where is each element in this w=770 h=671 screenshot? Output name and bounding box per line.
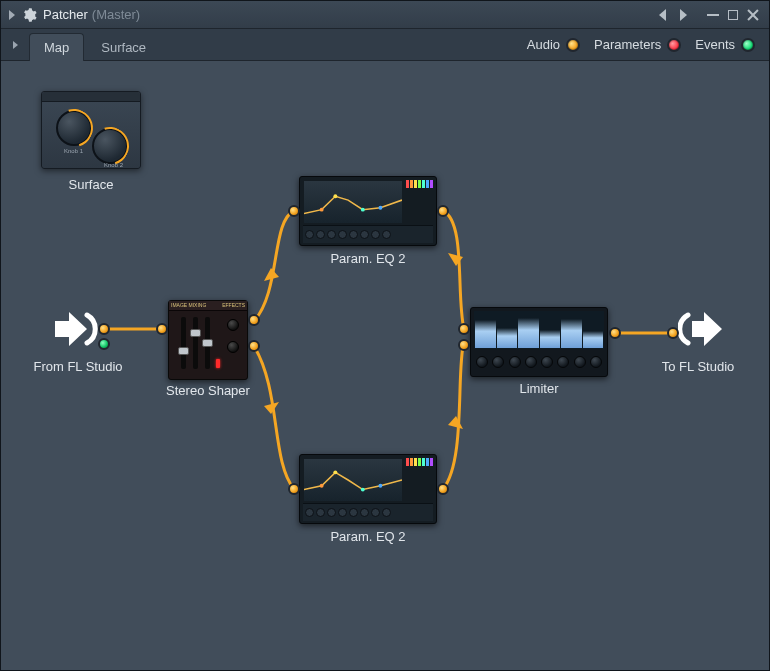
node-eq-top[interactable] xyxy=(299,176,437,246)
shaper-out-port-bottom[interactable] xyxy=(248,340,260,352)
node-eq-bottom-label: Param. EQ 2 xyxy=(330,529,405,544)
indicator-parameters-label: Parameters xyxy=(594,37,661,52)
tab-surface[interactable]: Surface xyxy=(86,33,161,61)
node-eq-top-label: Param. EQ 2 xyxy=(330,251,405,266)
indicator-events[interactable]: Events xyxy=(695,37,755,52)
limiter-out-port[interactable] xyxy=(609,327,621,339)
node-stereo-shaper[interactable]: IMAGE MIXING EFFECTS xyxy=(168,300,248,380)
view-tabs: Map Surface xyxy=(29,29,163,60)
tab-map[interactable]: Map xyxy=(29,33,84,61)
svg-point-5 xyxy=(333,194,337,198)
events-dot-icon xyxy=(741,38,755,52)
indicator-parameters[interactable]: Parameters xyxy=(594,37,681,52)
plugin-title: Patcher xyxy=(43,7,88,22)
node-stereo-shaper-label: Stereo Shaper xyxy=(166,383,250,398)
to-fl-in-port[interactable] xyxy=(667,327,679,339)
svg-point-8 xyxy=(320,484,324,488)
eq-top-out-port[interactable] xyxy=(437,205,449,217)
node-surface[interactable]: Knob 1 Knob 2 xyxy=(41,91,141,169)
node-surface-label: Surface xyxy=(69,177,114,192)
eq-bot-in-port[interactable] xyxy=(288,483,300,495)
eq-bot-band-colors xyxy=(406,458,433,466)
node-from-fl-studio[interactable] xyxy=(53,309,99,349)
from-fl-event-out-port[interactable] xyxy=(98,338,110,350)
title-bar: Patcher (Master) xyxy=(1,1,769,29)
patcher-window: Patcher (Master) Map Surface Audio Param… xyxy=(0,0,770,671)
toolbar: Map Surface Audio Parameters Events xyxy=(1,29,769,61)
indicator-audio-label: Audio xyxy=(527,37,560,52)
node-surface-header xyxy=(42,92,140,102)
svg-point-11 xyxy=(378,484,382,488)
node-eq-bottom[interactable] xyxy=(299,454,437,524)
shaper-in-port[interactable] xyxy=(156,323,168,335)
eq-bot-out-port[interactable] xyxy=(437,483,449,495)
node-stereo-shaper-header: IMAGE MIXING EFFECTS xyxy=(169,301,247,311)
close-button[interactable] xyxy=(743,5,763,25)
patch-canvas[interactable]: Knob 1 Knob 2 Surface From FL Studio IMA… xyxy=(1,61,769,670)
next-preset-icon[interactable] xyxy=(673,5,693,25)
svg-marker-1 xyxy=(264,402,279,414)
toolbar-menu-triangle-icon[interactable] xyxy=(5,29,25,60)
from-fl-audio-out-port[interactable] xyxy=(98,323,110,335)
plugin-menu-triangle-icon[interactable] xyxy=(9,10,15,20)
svg-marker-0 xyxy=(264,268,279,281)
shaper-header-right: EFFECTS xyxy=(222,302,245,309)
indicator-events-label: Events xyxy=(695,37,735,52)
svg-point-9 xyxy=(333,470,337,474)
svg-point-10 xyxy=(361,488,365,492)
node-limiter-label: Limiter xyxy=(519,381,558,396)
surface-knob-2-label: Knob 2 xyxy=(104,162,123,168)
prev-preset-icon[interactable] xyxy=(653,5,673,25)
node-to-fl-studio[interactable] xyxy=(678,309,724,349)
node-to-fl-label: To FL Studio xyxy=(662,359,735,374)
svg-point-4 xyxy=(320,208,324,212)
node-from-fl-label: From FL Studio xyxy=(33,359,122,374)
indicator-audio[interactable]: Audio xyxy=(527,37,580,52)
eq-top-band-colors xyxy=(406,180,433,188)
minimize-button[interactable] xyxy=(703,5,723,25)
limiter-in-port-bottom[interactable] xyxy=(458,339,470,351)
shaper-out-port-top[interactable] xyxy=(248,314,260,326)
node-limiter[interactable] xyxy=(470,307,608,377)
svg-point-7 xyxy=(378,206,382,210)
maximize-button[interactable] xyxy=(723,5,743,25)
parameters-dot-icon xyxy=(667,38,681,52)
svg-point-6 xyxy=(361,208,365,212)
eq-top-in-port[interactable] xyxy=(288,205,300,217)
limiter-in-port-top[interactable] xyxy=(458,323,470,335)
svg-marker-2 xyxy=(448,253,463,266)
gear-icon[interactable] xyxy=(21,7,37,23)
audio-dot-icon xyxy=(566,38,580,52)
svg-marker-3 xyxy=(448,416,463,429)
plugin-channel: (Master) xyxy=(92,7,140,22)
connection-filter-indicators: Audio Parameters Events xyxy=(527,29,769,60)
shaper-header-left: IMAGE MIXING xyxy=(171,302,206,309)
surface-knob-1-icon xyxy=(56,110,92,146)
surface-knob-1-label: Knob 1 xyxy=(64,148,83,154)
surface-knob-2-icon xyxy=(92,128,128,164)
